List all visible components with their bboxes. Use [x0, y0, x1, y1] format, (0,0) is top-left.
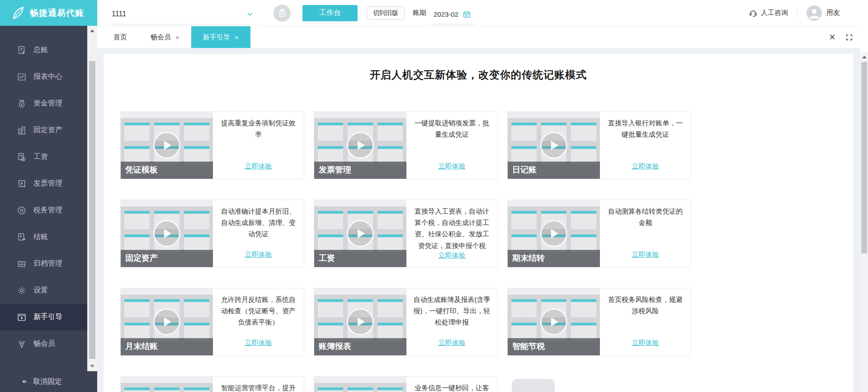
- tab-bar: 首页畅会员×新手引导× ×: [97, 26, 860, 48]
- sidebar-item-archive-management[interactable]: 归档管理: [0, 250, 87, 277]
- experience-now-link[interactable]: 立即体验: [245, 162, 272, 171]
- card-text: 一键提取进销项发票，批量生成凭证立即体验: [406, 112, 497, 179]
- play-icon[interactable]: [153, 132, 180, 159]
- card-description: 直接导入银行对账单，一键批量生成凭证: [606, 117, 684, 140]
- tab-label: 首页: [113, 33, 127, 42]
- clipboard-icon[interactable]: [274, 5, 291, 22]
- card-text: 业务信息一键秒回，让客立即体验: [406, 377, 497, 392]
- scroll-down-icon[interactable]: [87, 361, 97, 371]
- sidebar-item-invoice-management[interactable]: 发票管理: [0, 170, 87, 197]
- card-text: 直接导入工资表，自动计算个税，自动生成计提工资、社保公积金、发放工资凭证，直接申…: [406, 200, 497, 267]
- experience-now-link[interactable]: 立即体验: [439, 251, 466, 260]
- video-thumbnail[interactable]: 固定资产: [121, 200, 213, 267]
- play-icon[interactable]: [153, 220, 180, 247]
- consult-button[interactable]: 人工咨询: [749, 9, 788, 18]
- guide-card-partial-middle: 业务信息一键秒回，让客立即体验: [314, 376, 498, 392]
- card-label: 期末结转: [512, 253, 545, 263]
- close-icon[interactable]: ×: [829, 32, 835, 43]
- unpin-label: 取消固定: [33, 377, 62, 387]
- card-label: 账簿报表: [319, 341, 351, 352]
- experience-now-link[interactable]: 立即体验: [632, 339, 659, 347]
- play-icon[interactable]: [347, 132, 374, 159]
- guide-card-period-end-transfer: 期末结转自动测算各结转类凭证的金额立即体验: [507, 200, 691, 268]
- video-thumbnail[interactable]: 发票管理: [314, 112, 406, 179]
- period-value: 2023-02: [434, 10, 458, 18]
- sidebar-nav: 总账报表中心资金管理固定资产工资发票管理税税务管理结账归档管理设置新手引导畅会员: [0, 26, 97, 357]
- sidebar-item-general-ledger[interactable]: 总账: [0, 37, 87, 63]
- gear-icon: [16, 285, 27, 296]
- video-thumbnail[interactable]: 凭证模板: [121, 112, 213, 179]
- sidebar-item-closing[interactable]: 结账: [0, 224, 87, 250]
- switch-old-version-button[interactable]: 切到旧版: [367, 6, 405, 20]
- experience-now-link[interactable]: 立即体验: [439, 339, 466, 347]
- card-label: 凭证模板: [125, 164, 158, 175]
- experience-now-link[interactable]: 立即体验: [245, 339, 272, 347]
- video-thumbnail[interactable]: 期末结转: [508, 200, 600, 267]
- period-picker[interactable]: 2023-02: [432, 4, 476, 24]
- card-description: 自动准确计提本月折旧、自动生成新增、清理、变动凭证: [219, 206, 297, 240]
- video-icon: [16, 312, 27, 323]
- experience-now-link[interactable]: 立即体验: [632, 250, 659, 259]
- play-icon[interactable]: [540, 220, 567, 247]
- card-description: 直接导入工资表，自动计算个税，自动生成计提工资、社保公积金、发放工资凭证，直接申…: [413, 206, 491, 251]
- main-scrollbar[interactable]: [860, 26, 868, 392]
- tab-label: 新手引导: [203, 33, 230, 42]
- video-thumbnail[interactable]: 月末结账: [121, 288, 213, 355]
- video-thumbnail[interactable]: 工资: [314, 200, 406, 267]
- guide-card-invoice-management: 发票管理一键提取进销项发票，批量生成凭证立即体验: [314, 111, 498, 179]
- play-icon[interactable]: [540, 132, 567, 159]
- assets-icon: [16, 125, 27, 136]
- video-thumbnail[interactable]: [314, 377, 406, 392]
- card-label: 工资: [319, 253, 335, 263]
- play-icon[interactable]: [347, 308, 374, 335]
- experience-now-link[interactable]: 立即体验: [439, 162, 466, 171]
- sidebar-scrollbar-thumb[interactable]: [89, 61, 95, 359]
- fullscreen-icon[interactable]: [845, 33, 853, 41]
- sidebar-item-label: 发票管理: [33, 179, 62, 188]
- play-icon[interactable]: [540, 308, 567, 335]
- sidebar-item-tax-management[interactable]: 税税务管理: [0, 197, 87, 224]
- sidebar-item-salary[interactable]: 工资: [0, 143, 87, 170]
- sidebar-item-fund-management[interactable]: 资金管理: [0, 90, 87, 117]
- scroll-up-icon[interactable]: [87, 26, 97, 36]
- tab-home[interactable]: 首页: [102, 26, 139, 48]
- card-label: 智能节税: [512, 341, 545, 352]
- sidebar-item-beginner-guide[interactable]: 新手引导: [0, 304, 87, 330]
- main-scrollbar-thumb[interactable]: [861, 62, 867, 253]
- sidebar-item-fixed-assets[interactable]: 固定资产: [0, 117, 87, 143]
- card-text: 首页税务风险检查，规避涉税风险立即体验: [600, 288, 691, 355]
- tab-close-icon[interactable]: ×: [235, 34, 239, 41]
- experience-now-link[interactable]: 立即体验: [245, 250, 272, 259]
- account-selector-value: 1111: [112, 10, 126, 18]
- scroll-up-icon[interactable]: [860, 52, 868, 62]
- card-description: 自动测算各结转类凭证的金额: [606, 206, 684, 228]
- guide-panel: 开启人机交互新体验，改变你的传统记账模式 凭证模板提高重复业务填制凭证效率立即体…: [104, 54, 853, 392]
- sidebar-item-label: 固定资产: [33, 125, 62, 135]
- experience-now-link[interactable]: 立即体验: [632, 162, 659, 171]
- card-text: 直接导入银行对账单，一键批量生成凭证立即体验: [600, 112, 691, 179]
- video-thumbnail[interactable]: 智能节税: [508, 288, 600, 355]
- avatar: [807, 5, 822, 21]
- video-thumbnail[interactable]: 账簿报表: [314, 288, 406, 355]
- user-menu[interactable]: 用友: [807, 5, 840, 21]
- archive-icon: [16, 258, 27, 269]
- card-description: 允许跨月反结账，系统自动检查（凭证断号、资产负债表平衡）: [219, 294, 297, 328]
- sidebar-item-report-center[interactable]: 报表中心: [0, 63, 87, 90]
- card-description: 提高重复业务填制凭证效率: [219, 117, 297, 140]
- sidebar-item-settings[interactable]: 设置: [0, 277, 87, 304]
- play-icon[interactable]: [347, 220, 374, 247]
- video-thumbnail[interactable]: 日记账: [508, 112, 600, 179]
- sidebar-scrollbar[interactable]: [87, 26, 97, 371]
- guide-card-salary: 工资直接导入工资表，自动计算个税，自动生成计提工资、社保公积金、发放工资凭证，直…: [314, 200, 498, 268]
- sidebar-item-member[interactable]: 畅会员: [0, 330, 87, 357]
- user-name: 用友: [826, 9, 840, 17]
- video-thumbnail[interactable]: [121, 377, 213, 392]
- card-description: 自动生成账簿及报表(含季报)，一键打印、导出，轻松处理申报: [413, 294, 491, 328]
- workbench-button[interactable]: 工作台: [302, 5, 358, 21]
- tab-close-icon[interactable]: ×: [175, 34, 179, 41]
- play-icon[interactable]: [153, 308, 180, 335]
- tab-member[interactable]: 畅会员×: [139, 26, 191, 48]
- account-selector[interactable]: 1111: [107, 5, 257, 24]
- unpin-sidebar-button[interactable]: 取消固定: [0, 371, 97, 392]
- tab-beginner-guide[interactable]: 新手引导×: [191, 26, 250, 48]
